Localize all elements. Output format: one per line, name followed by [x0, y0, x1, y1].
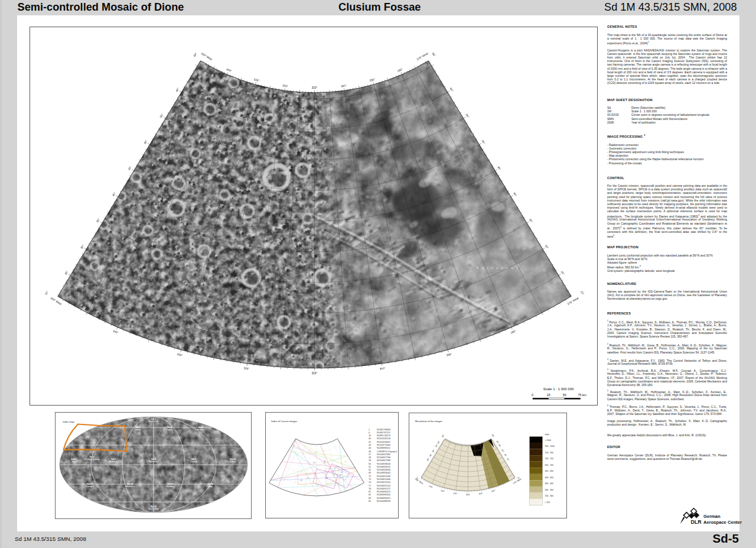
svg-text:Palmyra: Palmyra: [86, 485, 93, 488]
svg-text:20: 20: [369, 434, 371, 437]
svg-text:60°: 60°: [437, 440, 441, 444]
svg-text:750 - 950: 750 - 950: [545, 451, 553, 453]
svg-text:340°: 340°: [112, 329, 119, 334]
svg-text:N1481734274: N1481734274: [377, 434, 390, 437]
svg-text:300 - 350: 300 - 350: [545, 488, 553, 491]
svg-text:North Pole: North Pole: [148, 420, 158, 423]
svg-text:66°: 66°: [491, 434, 495, 438]
svg-text:40°: 40°: [426, 457, 430, 461]
svg-text:290°: 290°: [446, 353, 452, 357]
svg-text:Turnus: Turnus: [229, 461, 236, 463]
svg-text:66°: 66°: [431, 52, 436, 57]
svg-text:340°: 340°: [428, 485, 434, 489]
svg-text:Index map: Index map: [63, 420, 74, 423]
svg-text:50°: 50°: [501, 449, 504, 453]
svg-text:25°: 25°: [560, 271, 565, 276]
svg-text:Aufidus: Aufidus: [197, 429, 204, 431]
svg-text:290°: 290°: [369, 78, 376, 82]
svg-text:Sd-14: Sd-14: [207, 483, 213, 485]
svg-text:62: 62: [369, 469, 371, 471]
svg-text:340°: 340°: [226, 68, 232, 73]
svg-text:Index of Cassini images: Index of Cassini images: [271, 420, 297, 423]
svg-text:> 1500: > 1500: [545, 439, 552, 441]
svg-text:60°: 60°: [175, 87, 180, 93]
svg-text:43: 43: [300, 479, 302, 482]
svg-text:50: 50: [562, 393, 566, 397]
svg-text:61: 61: [369, 465, 371, 468]
svg-text:N1503775400: N1503775400: [377, 443, 390, 446]
svg-text:41: 41: [324, 461, 326, 463]
svg-text:81: 81: [369, 491, 371, 493]
svg-text:73: 73: [369, 478, 371, 481]
svg-text:N1501634457: N1501634457: [377, 440, 390, 443]
svg-text:30°: 30°: [80, 244, 84, 249]
svg-text:21°: 21°: [44, 290, 48, 296]
svg-text:N1506927692: N1506927692: [377, 453, 390, 455]
svg-text:Sd-3: Sd-3: [167, 426, 172, 429]
svg-text:25°: 25°: [64, 270, 69, 275]
svg-text:350 - 400: 350 - 400: [545, 482, 553, 485]
svg-text:Mezentius: Mezentius: [125, 485, 135, 488]
svg-text:German: German: [703, 514, 721, 519]
svg-text:82: 82: [369, 494, 371, 496]
svg-text:700 - 750: 700 - 750: [545, 458, 553, 460]
svg-text:Sd-2: Sd-2: [135, 426, 140, 429]
svg-text:310°: 310°: [311, 372, 317, 375]
svg-text:N1506930113: N1506930113: [377, 491, 390, 493]
svg-text:41: 41: [369, 440, 371, 443]
svg-text:75 km: 75 km: [578, 393, 586, 397]
svg-text:60: 60: [307, 477, 309, 479]
svg-text:44: 44: [313, 462, 315, 464]
svg-text:55°: 55°: [159, 114, 164, 119]
svg-text:Sd-10: Sd-10: [230, 458, 236, 461]
svg-text:330°: 330°: [177, 353, 183, 357]
svg-text:Dido: Dido: [208, 485, 212, 488]
svg-text:< 250: < 250: [545, 501, 550, 504]
svg-text:Sd-9: Sd-9: [191, 458, 196, 461]
svg-text:Clusium Fossae: Clusium Fossae: [84, 458, 100, 461]
svg-text:N1506927908: N1506927908: [377, 459, 390, 462]
svg-text:330°: 330°: [253, 78, 260, 82]
svg-text:56°: 56°: [498, 443, 501, 448]
svg-text:85: 85: [369, 500, 371, 502]
svg-text:650 - 700: 650 - 700: [545, 463, 553, 466]
svg-text:N1506928036: N1506928036: [377, 469, 390, 471]
svg-text:44: 44: [369, 447, 371, 449]
svg-text:40°: 40°: [112, 192, 116, 197]
svg-text:6: 6: [369, 431, 370, 433]
svg-text:950 - 1500: 950 - 1500: [545, 445, 555, 448]
svg-text:Evander: Evander: [166, 485, 174, 488]
svg-text:South Pole: South Pole: [148, 508, 159, 510]
svg-text:N1506926042: N1506926042: [377, 472, 390, 474]
svg-text:72: 72: [369, 475, 371, 477]
svg-text:45°: 45°: [127, 166, 132, 171]
svg-text:66°: 66°: [441, 433, 445, 437]
svg-text:250 - 300: 250 - 300: [545, 495, 553, 497]
svg-text:Lagus: Lagus: [167, 429, 172, 431]
svg-text:320°: 320°: [282, 84, 288, 87]
svg-text:78: 78: [369, 487, 371, 489]
svg-text:Sd-7: Sd-7: [111, 458, 116, 461]
svg-text:Sd-15: Sd-15: [151, 505, 157, 508]
svg-text:N1506928026: N1506928026: [377, 462, 390, 465]
svg-text:C4309616 (Voyager): C4309616 (Voyager): [377, 450, 397, 452]
svg-text:63: 63: [369, 472, 371, 474]
svg-text:D e r c e n n u s: D e r c e n n u s: [476, 266, 519, 270]
svg-text:Ilia: Ilia: [71, 461, 74, 463]
svg-text:300°: 300°: [379, 367, 385, 370]
svg-text:270° West: 270° West: [416, 52, 428, 61]
svg-text:57: 57: [369, 453, 371, 455]
svg-text:N1502435126: N1502435126: [377, 437, 390, 440]
svg-text:Fidena: Fidena: [134, 429, 141, 431]
svg-text:N1504498236: N1504498236: [377, 500, 390, 502]
svg-text:320°: 320°: [243, 367, 249, 370]
svg-text:N1506915406: N1506915406: [377, 478, 390, 481]
svg-text:Sd-8: Sd-8: [151, 458, 156, 461]
svg-text:62: 62: [340, 474, 342, 476]
svg-text:0: 0: [532, 393, 533, 397]
svg-text:50°: 50°: [432, 449, 435, 453]
svg-text:N1494992011: N1494992011: [377, 447, 390, 449]
svg-text:280°: 280°: [510, 329, 516, 334]
svg-text:55°: 55°: [465, 114, 470, 119]
svg-text:40°: 40°: [506, 458, 510, 462]
